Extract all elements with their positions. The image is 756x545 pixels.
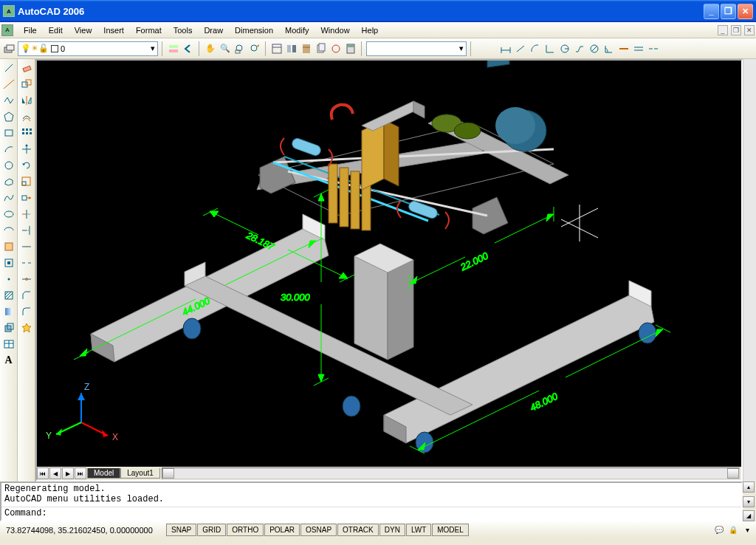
trim-icon[interactable]: [19, 207, 34, 222]
construction-line-icon[interactable]: [1, 77, 16, 92]
table-icon[interactable]: [1, 337, 16, 352]
lock-icon[interactable]: 🔒: [727, 525, 739, 535]
break-icon[interactable]: [19, 256, 34, 270]
dim-linear-icon[interactable]: [499, 42, 512, 55]
tab-prev-icon[interactable]: ◀: [49, 467, 61, 479]
gradient-icon[interactable]: [1, 304, 16, 319]
properties-icon[interactable]: [270, 42, 284, 55]
mtext-icon[interactable]: A: [1, 353, 16, 368]
tab-next-icon[interactable]: ▶: [62, 467, 74, 479]
hatch-icon[interactable]: [1, 288, 16, 303]
menu-draw[interactable]: Draw: [198, 24, 229, 37]
sheet-set-icon[interactable]: [315, 42, 328, 55]
toggle-grid[interactable]: GRID: [197, 524, 226, 536]
mirror-icon[interactable]: [19, 93, 34, 108]
quickcalc-icon[interactable]: [344, 42, 357, 55]
dim-aligned-icon[interactable]: [514, 42, 527, 55]
menu-edit[interactable]: Edit: [43, 24, 69, 37]
maximize-button[interactable]: ❐: [721, 4, 736, 19]
dim-ordinate-icon[interactable]: [543, 42, 557, 55]
toggle-otrack[interactable]: OTRACK: [337, 524, 379, 536]
tab-model[interactable]: Model: [87, 468, 120, 479]
tool-palettes-icon[interactable]: [300, 42, 313, 55]
layer-properties-icon[interactable]: [3, 42, 16, 55]
menu-insert[interactable]: Insert: [97, 24, 130, 37]
layer-states-icon[interactable]: [167, 42, 180, 55]
rectangle-icon[interactable]: [1, 126, 16, 140]
menu-file[interactable]: File: [18, 24, 43, 37]
rotate-icon[interactable]: [19, 158, 34, 173]
polygon-icon[interactable]: [1, 109, 16, 124]
cmd-grip-icon[interactable]: ◢: [743, 510, 755, 521]
layer-combo[interactable]: 💡 ☀ 🔓 0 ▾: [18, 41, 158, 56]
menu-view[interactable]: View: [69, 24, 98, 37]
polyline-icon[interactable]: [1, 93, 16, 108]
spline-icon[interactable]: [1, 191, 16, 205]
dim-radius-icon[interactable]: [558, 42, 571, 55]
command-input[interactable]: Command:: [1, 507, 741, 520]
tray-settings-icon[interactable]: ▾: [741, 525, 753, 535]
arc-icon[interactable]: [1, 142, 16, 157]
copy-icon[interactable]: [19, 77, 34, 92]
toggle-snap[interactable]: SNAP: [166, 524, 196, 536]
pan-icon[interactable]: ✋: [204, 42, 217, 55]
offset-icon[interactable]: [19, 109, 34, 124]
extend-icon[interactable]: [19, 223, 34, 238]
document-icon[interactable]: A: [1, 24, 13, 36]
toggle-osnap[interactable]: OSNAP: [300, 524, 337, 536]
toggle-ortho[interactable]: ORTHO: [227, 524, 264, 536]
close-button[interactable]: ✕: [738, 4, 753, 19]
comm-center-icon[interactable]: 💬: [713, 525, 725, 535]
horizontal-scrollbar[interactable]: [162, 467, 740, 479]
zoom-realtime-icon[interactable]: 🔍: [219, 42, 232, 55]
dim-baseline-icon[interactable]: [632, 42, 645, 55]
menu-dimension[interactable]: Dimension: [229, 24, 279, 37]
color-combo[interactable]: ▾: [366, 41, 467, 56]
zoom-window-icon[interactable]: [233, 42, 247, 55]
move-icon[interactable]: [19, 142, 34, 157]
drawing-canvas[interactable]: X Y Z: [37, 61, 741, 467]
erase-icon[interactable]: [19, 61, 34, 75]
toggle-dyn[interactable]: DYN: [379, 524, 405, 536]
line-icon[interactable]: [1, 61, 16, 75]
quick-dim-icon[interactable]: [617, 42, 630, 55]
menu-tools[interactable]: Tools: [168, 24, 199, 37]
scale-icon[interactable]: [19, 174, 34, 189]
insert-block-icon[interactable]: [1, 239, 16, 254]
array-icon[interactable]: [19, 126, 34, 140]
chamfer-icon[interactable]: [19, 288, 34, 303]
stretch-icon[interactable]: [19, 191, 34, 205]
menu-format[interactable]: Format: [130, 24, 168, 37]
toggle-polar[interactable]: POLAR: [264, 524, 300, 536]
markup-icon[interactable]: [329, 42, 343, 55]
dim-continue-icon[interactable]: [647, 42, 660, 55]
menu-modify[interactable]: Modify: [279, 24, 315, 37]
make-block-icon[interactable]: [1, 256, 16, 270]
menu-window[interactable]: Window: [315, 24, 355, 37]
circle-icon[interactable]: [1, 158, 16, 173]
dim-jogged-icon[interactable]: [573, 42, 586, 55]
dim-arc-icon[interactable]: [529, 42, 542, 55]
mdi-minimize-icon[interactable]: _: [718, 25, 728, 35]
minimize-button[interactable]: _: [704, 4, 719, 19]
point-icon[interactable]: [1, 272, 16, 287]
explode-icon[interactable]: [19, 321, 34, 335]
mdi-close-icon[interactable]: ✕: [744, 25, 755, 35]
vertical-scrollbar[interactable]: [743, 59, 756, 481]
scroll-down-icon[interactable]: ▾: [743, 496, 755, 507]
ellipse-arc-icon[interactable]: [1, 223, 16, 238]
tab-layout1[interactable]: Layout1: [120, 468, 160, 479]
tab-first-icon[interactable]: ⏮: [37, 467, 49, 479]
dim-diameter-icon[interactable]: [588, 42, 601, 55]
zoom-previous-icon[interactable]: [248, 42, 261, 55]
layer-previous-icon[interactable]: [182, 42, 195, 55]
fillet-icon[interactable]: [19, 304, 34, 319]
revcloud-icon[interactable]: [1, 174, 16, 189]
region-icon[interactable]: [1, 321, 16, 335]
menu-help[interactable]: Help: [356, 24, 385, 37]
design-center-icon[interactable]: [285, 42, 298, 55]
ellipse-icon[interactable]: [1, 207, 16, 222]
tab-last-icon[interactable]: ⏭: [75, 467, 86, 479]
join-icon[interactable]: [19, 272, 34, 287]
scroll-up-icon[interactable]: ▴: [743, 481, 755, 493]
